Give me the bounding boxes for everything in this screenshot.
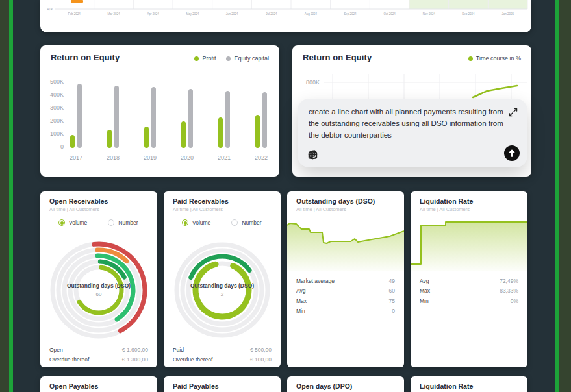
month-label: Jan 2025 [501, 12, 514, 16]
y-tick-label: 800K [306, 79, 320, 86]
stat-value: 49 [389, 278, 395, 284]
partial-card-liquidation-rate: Liquidation RateAll time | All Customers [411, 376, 527, 392]
stat-row: Min0 [296, 306, 395, 317]
stat-row: Avg60 [296, 286, 395, 297]
stat-row: Overdue thereof€ 100,00 [173, 355, 272, 365]
month-label: Aug 2024 [305, 12, 318, 16]
stats-list: Paid€ 500,00Overdue thereof€ 100,00 [173, 345, 272, 365]
stat-label: Avg [296, 288, 306, 294]
arrow-up-icon [504, 145, 520, 161]
card-title: Paid Payables [173, 382, 219, 390]
stat-value: 75 [389, 298, 395, 304]
month-label: Jul 2024 [266, 12, 277, 16]
globe-icon[interactable] [344, 149, 355, 160]
return-on-equity-bar-card: Return on Equity ProfitEquity capital 50… [40, 45, 279, 177]
frame-stripe-right [555, 0, 559, 392]
stat-label: Max [420, 288, 430, 294]
x-tick-label: 2022 [255, 154, 268, 161]
stat-label: Market average [296, 278, 335, 284]
ring-center-value: 60 [57, 291, 141, 297]
stats-list: Market average49Avg60Max75Min0 [296, 276, 395, 316]
stat-label: Overdue thereof [173, 356, 212, 363]
send-button[interactable] [504, 145, 520, 161]
x-tick-label: 2018 [107, 154, 120, 161]
y-tick-label: 400K [50, 92, 64, 98]
stat-row: Avg72,49% [420, 276, 518, 286]
month-label: Apr 2024 [147, 12, 160, 16]
chat-toolbar [307, 149, 355, 160]
y-tick-label: 100K [50, 130, 64, 137]
month-label: Sep 2024 [344, 12, 357, 16]
ai-chat-prompt[interactable]: create a line chart with all planned pay… [298, 99, 527, 167]
month-label: Oct 2024 [384, 12, 396, 16]
stat-label: Max [296, 298, 307, 304]
month-label: Dec 2024 [462, 12, 475, 16]
stat-label: Open [49, 347, 63, 353]
timeline-chart: Feb 2024Mar 2024Apr 2024May 2024Jun 2024… [40, 0, 531, 32]
month-label: May 2024 [186, 12, 199, 16]
card-title: Liquidation Rate [420, 382, 473, 390]
y-tick-label: 0 [60, 143, 64, 150]
partial-card-paid-payables: Paid PayablesAll time | All Customers [164, 376, 281, 392]
stats-list: Avg72,49%Max83,33%Min0% [420, 276, 518, 306]
stat-row: Market average49 [296, 276, 395, 286]
card-title: Open Payables [49, 382, 98, 390]
y-tick-label: 200K [50, 117, 64, 124]
stat-label: Min [296, 308, 305, 314]
stat-row: Max83,33% [420, 286, 518, 297]
ring-center-label: Outstanding days (DSO) [57, 282, 141, 289]
dso-area-chart [287, 191, 404, 276]
stat-value: 0% [511, 298, 518, 304]
stat-value: € 1.600,00 [122, 347, 148, 353]
x-tick-label: 2020 [181, 154, 194, 161]
stat-label: Paid [173, 347, 184, 353]
partial-card-open-payables: Open PayablesAll time | All Customers [40, 376, 157, 392]
y-tick-label: 300K [50, 104, 64, 111]
ring-center-text: Outstanding days (DSO) 60 [57, 282, 141, 297]
dso-rings-chart [164, 191, 281, 367]
x-tick-label: 2019 [144, 154, 157, 161]
ring-center-value: 2 [180, 291, 264, 297]
stat-row: Paid€ 500,00 [173, 345, 272, 355]
stat-value: € 100,00 [250, 356, 272, 363]
payments-timeline-card: Feb 2024Mar 2024Apr 2024May 2024Jun 2024… [40, 0, 531, 32]
x-tick-label: 2017 [70, 154, 82, 161]
dso-rings-chart [40, 191, 157, 367]
month-label: Jun 2024 [226, 12, 238, 16]
stat-row: Max75 [296, 296, 395, 306]
expand-icon[interactable] [508, 107, 518, 117]
dashboard-screenshot: Feb 2024Mar 2024Apr 2024May 2024Jun 2024… [0, 0, 571, 392]
calendar-icon[interactable] [325, 149, 336, 160]
x-tick-label: 2021 [218, 154, 231, 161]
stats-list: Open€ 1.600,00Overdue thereof€ 1.300,00 [49, 345, 148, 365]
open-receivables-card: Open Receivables All time | All Customer… [40, 191, 157, 367]
stat-row: Overdue thereof€ 1.300,00 [49, 355, 148, 365]
paid-receivables-card: Paid Receivables All time | All Customer… [164, 191, 281, 367]
stat-value: € 1.300,00 [122, 356, 148, 363]
ring-center-label: Outstanding days (DSO) [180, 282, 264, 289]
outstanding-days-dso-card: Outstanding days (DSO) All time | All Cu… [287, 191, 404, 367]
chat-message[interactable]: create a line chart with all planned pay… [309, 106, 507, 141]
stat-label: Min [420, 298, 429, 304]
stat-value: € 500,00 [250, 347, 272, 353]
y-tick-label: 500K [50, 79, 64, 85]
stat-value: 60 [389, 288, 395, 294]
card-title: Open days (DPO) [296, 382, 352, 390]
y-axis-label: 4,0k [47, 8, 53, 11]
stat-value: 72,49% [500, 278, 518, 284]
partial-card-open-days-dpo-: Open days (DPO)All time | All Customers [287, 376, 404, 392]
frame-stripe-left [9, 0, 13, 392]
month-label: Nov 2024 [423, 12, 436, 16]
stat-row: Min0% [420, 296, 518, 306]
liquidation-area-chart [411, 191, 527, 276]
roe-bar-chart: 500K400K300K200K100K02017201820192020202… [40, 45, 279, 177]
stat-value: 83,33% [500, 288, 518, 294]
month-label: Mar 2024 [107, 12, 120, 16]
stat-row: Open€ 1.600,00 [49, 345, 148, 355]
month-label: Feb 2024 [68, 12, 81, 16]
ring-center-text: Outstanding days (DSO) 2 [180, 282, 264, 297]
stat-label: Overdue thereof [49, 356, 89, 363]
stat-value: 0 [392, 308, 395, 314]
liquidation-rate-card: Liquidation Rate All time | All Customer… [411, 191, 527, 367]
stat-label: Avg [420, 278, 429, 284]
